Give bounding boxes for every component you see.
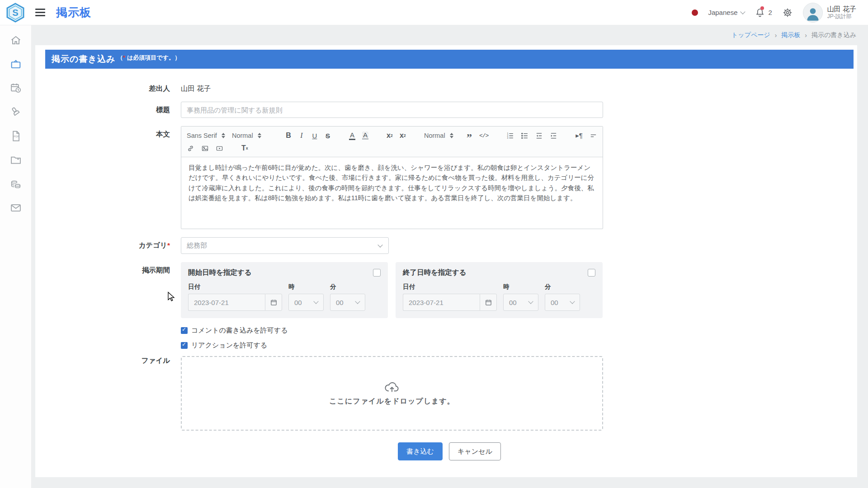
page-title: 掲示の書き込み [52, 53, 115, 65]
bullet-list-button[interactable] [521, 132, 528, 140]
svg-text:2: 2 [507, 135, 509, 137]
start-datetime-panel: 開始日時を指定する 日付 [181, 262, 388, 318]
submit-button[interactable]: 書き込む [398, 442, 443, 460]
sidebar-item-schedule[interactable] [0, 76, 32, 100]
start-minute-select[interactable]: 00 [330, 294, 365, 311]
stamp-icon [9, 106, 22, 118]
editor-content[interactable]: 目覚まし時計が鳴った午前6時に目が覚めた。次に、歯を磨き、顔を洗い、シャワーを浴… [181, 157, 603, 229]
superscript-button[interactable]: x2 [387, 131, 393, 140]
sidebar-item-home[interactable] [0, 28, 32, 52]
highlight-color-button[interactable]: A [362, 131, 368, 140]
title-input[interactable] [181, 102, 603, 118]
outdent-button[interactable] [535, 132, 543, 140]
text-direction-button[interactable]: ▸¶ [576, 131, 583, 140]
start-date-picker-button[interactable] [265, 294, 282, 311]
bell-icon [755, 7, 765, 18]
code-button[interactable]: </> [479, 132, 488, 139]
body-row: 本文 Sans Serif Normal B I U S [45, 126, 854, 229]
required-note: （* は必須項目です。） [117, 54, 180, 62]
end-enable-checkbox[interactable] [588, 269, 595, 277]
category-row: カテゴリ* 総務部 [45, 237, 854, 254]
indent-icon [550, 132, 557, 140]
font-family-select[interactable]: Sans Serif [187, 132, 225, 139]
breadcrumb-board[interactable]: 掲示板 [781, 31, 800, 39]
end-date-picker-button[interactable] [480, 294, 497, 311]
allow-reactions-option[interactable]: リアクションを許可する [181, 341, 603, 350]
start-enable-checkbox[interactable] [373, 269, 381, 277]
sidebar-item-approval-stamp[interactable] [0, 100, 32, 124]
calendar-icon [485, 299, 492, 306]
app-logo-icon[interactable]: S [6, 3, 24, 23]
text-color-button[interactable]: A [349, 131, 355, 140]
post-form: 差出人 山田 花子 標題 本文 Sans Serif [45, 69, 854, 460]
svg-text:1: 1 [507, 132, 509, 135]
allow-comments-option[interactable]: コメントの書き込みを許可する [181, 326, 603, 335]
title-row: 標題 [45, 102, 854, 118]
dropzone-text: ここにファイルをドロップします。 [329, 397, 455, 406]
svg-text:PDF: PDF [14, 135, 19, 137]
notifications-button[interactable]: 2 [755, 7, 772, 18]
subscript-button[interactable]: x2 [400, 131, 406, 140]
language-selector[interactable]: Japanese [708, 9, 745, 16]
rich-text-editor: Sans Serif Normal B I U S A A [181, 126, 603, 229]
category-select[interactable]: 総務部 [181, 237, 389, 254]
settings-button[interactable] [782, 7, 793, 18]
ordered-list-button[interactable]: 1 2 3 [506, 132, 514, 140]
gear-icon [782, 7, 793, 18]
updown-arrows-icon [450, 133, 453, 138]
chevron-down-icon [570, 299, 575, 304]
menu-toggle-icon[interactable] [35, 9, 45, 16]
sidebar: PDF [0, 25, 32, 488]
end-hour-select[interactable]: 00 [503, 294, 538, 311]
user-menu[interactable]: 山田 花子 JP-設計部 [803, 3, 856, 23]
chevron-down-icon [528, 299, 533, 304]
sidebar-item-folders[interactable] [0, 148, 32, 172]
sidebar-item-documents[interactable]: PDF [0, 124, 32, 148]
sidebar-item-bulletin-board[interactable] [0, 52, 32, 76]
end-date-input[interactable] [403, 294, 480, 311]
image-icon [201, 145, 209, 152]
date-label: 日付 [403, 283, 497, 291]
blockquote-button[interactable]: ” [466, 131, 472, 140]
align-button[interactable] [590, 132, 597, 140]
clear-format-button[interactable]: Tx [241, 144, 248, 152]
link-icon [187, 145, 194, 152]
sidebar-item-expenses[interactable] [0, 172, 32, 196]
category-required-star: * [167, 241, 170, 249]
font-size-select[interactable]: Normal [232, 132, 267, 139]
breadcrumb-top-page[interactable]: トップページ [731, 31, 770, 39]
bold-button[interactable]: B [285, 131, 292, 140]
end-datetime-panel: 終了日時を指定する 日付 [396, 262, 603, 318]
cancel-button[interactable]: キャンセル [449, 442, 501, 460]
strikethrough-button[interactable]: S [325, 132, 331, 140]
align-icon [590, 132, 597, 140]
coins-icon [9, 178, 22, 190]
svg-text:S: S [12, 8, 18, 18]
category-value: 総務部 [187, 241, 207, 250]
allow-reactions-label: リアクションを許可する [191, 341, 267, 350]
start-hour-select[interactable]: 00 [288, 294, 324, 311]
top-bar: S 掲示板 Japanese 2 [0, 0, 868, 25]
ordered-list-icon: 1 2 3 [506, 132, 514, 140]
indent-button[interactable] [550, 132, 557, 140]
insert-image-button[interactable] [201, 145, 209, 152]
file-dropzone[interactable]: ここにファイルをドロップします。 [181, 356, 603, 431]
hour-label: 時 [503, 283, 538, 291]
breadcrumb-separator: › [775, 32, 777, 39]
form-actions: 書き込む キャンセル [45, 442, 854, 460]
sender-value: 山田 花子 [181, 80, 603, 94]
home-icon [9, 34, 22, 47]
heading-select[interactable]: Normal [424, 132, 459, 139]
underline-button[interactable]: U [311, 132, 318, 140]
start-date-input[interactable] [188, 294, 265, 311]
avatar [803, 3, 823, 23]
pdf-file-icon: PDF [9, 130, 22, 142]
allow-comments-label: コメントの書き込みを許可する [191, 326, 288, 335]
insert-video-button[interactable] [216, 145, 223, 152]
italic-button[interactable]: I [298, 131, 305, 140]
user-name: 山田 花子 [827, 5, 856, 14]
end-minute-select[interactable]: 00 [545, 294, 580, 311]
link-button[interactable] [187, 145, 194, 152]
sidebar-item-mail[interactable] [0, 196, 32, 220]
cloud-upload-icon [384, 380, 400, 393]
